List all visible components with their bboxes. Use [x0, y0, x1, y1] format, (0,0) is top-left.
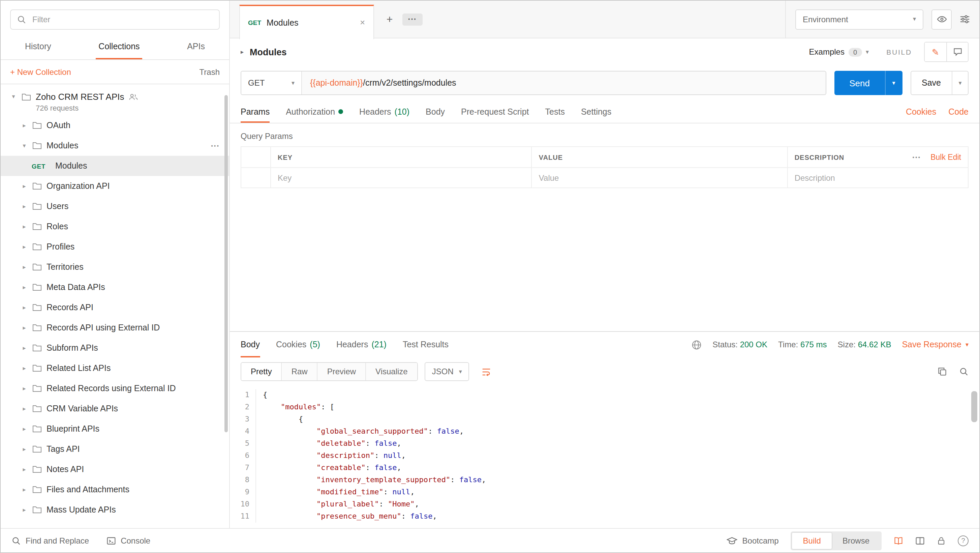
- comments-button[interactable]: [946, 43, 968, 61]
- view-tab-pretty[interactable]: Pretty: [241, 363, 282, 380]
- bootcamp-button[interactable]: Bootcamp: [727, 536, 779, 545]
- chevron-right-icon[interactable]: ▸: [21, 446, 28, 452]
- changelog-icon[interactable]: [894, 536, 903, 545]
- request-tab-headers[interactable]: Headers(10): [359, 100, 409, 123]
- chevron-right-icon[interactable]: ▸: [21, 223, 28, 229]
- tree-folder-tags-api[interactable]: ▸Tags API: [1, 439, 229, 459]
- send-options-button[interactable]: ▾: [885, 71, 902, 95]
- table-options-icon[interactable]: •••: [912, 154, 921, 160]
- request-disclosure-icon[interactable]: ▸: [240, 49, 243, 55]
- chevron-right-icon[interactable]: ▸: [21, 486, 28, 492]
- param-description-input[interactable]: [795, 173, 961, 182]
- environment-settings-icon[interactable]: [960, 14, 970, 24]
- chevron-right-icon[interactable]: ▸: [21, 365, 28, 371]
- tree-folder-mass-update-apis[interactable]: ▸Mass Update APIs: [1, 500, 229, 520]
- sidebar-tab-collections[interactable]: Collections: [96, 34, 142, 59]
- wrap-text-icon[interactable]: [476, 362, 496, 381]
- tree-folder-records-api[interactable]: ▸Records API: [1, 297, 229, 318]
- tree-folder-users[interactable]: ▸Users: [1, 196, 229, 217]
- tree-folder-related-records-using-external-id[interactable]: ▸Related Records using External ID: [1, 378, 229, 398]
- request-tab-params[interactable]: Params: [240, 100, 270, 123]
- chevron-right-icon[interactable]: ▸: [21, 284, 28, 290]
- tree-folder-oauth[interactable]: ▸OAuth: [1, 115, 229, 135]
- tree-folder-crm-variable-apis[interactable]: ▸CRM Variable APIs: [1, 398, 229, 419]
- tree-folder-files-and-attachments[interactable]: ▸Files and Attachments: [1, 480, 229, 500]
- param-key-input[interactable]: [278, 173, 525, 182]
- environment-quick-look-button[interactable]: [931, 9, 952, 29]
- console-button[interactable]: Console: [107, 536, 150, 545]
- chevron-right-icon[interactable]: ▸: [21, 325, 28, 331]
- chevron-right-icon[interactable]: ▸: [21, 123, 28, 129]
- filter-input[interactable]: [10, 10, 220, 30]
- response-tab-test-results[interactable]: Test Results: [403, 332, 449, 357]
- tree-folder-blueprint-apis[interactable]: ▸Blueprint APIs: [1, 419, 229, 439]
- tree-folder-subform-apis[interactable]: ▸Subform APIs: [1, 338, 229, 358]
- close-tab-icon[interactable]: ✕: [360, 19, 365, 26]
- search-response-icon[interactable]: [959, 367, 969, 376]
- view-tab-visualize[interactable]: Visualize: [366, 363, 417, 380]
- open-request-tab[interactable]: GET Modules ✕: [239, 5, 374, 39]
- edit-request-button[interactable]: ✎: [925, 43, 946, 61]
- tree-folder-related-list-apis[interactable]: ▸Related List APIs: [1, 358, 229, 378]
- tree-request-modules[interactable]: GETModules: [1, 156, 229, 176]
- chevron-right-icon[interactable]: ▸: [21, 386, 28, 392]
- response-scrollbar[interactable]: [971, 391, 977, 422]
- tree-folder-roles[interactable]: ▸Roles: [1, 217, 229, 237]
- sidebar-tab-history[interactable]: History: [22, 34, 54, 59]
- folder-options-icon[interactable]: •••: [211, 143, 220, 149]
- new-tab-button[interactable]: +: [381, 10, 398, 28]
- security-icon[interactable]: [937, 536, 946, 545]
- chevron-right-icon[interactable]: ▸: [21, 203, 28, 209]
- chevron-right-icon[interactable]: ▸: [21, 426, 28, 432]
- save-options-button[interactable]: ▾: [952, 72, 968, 94]
- request-tab-pre-request-script[interactable]: Pre-request Script: [461, 100, 529, 123]
- code-link[interactable]: Code: [948, 107, 969, 116]
- sidebar-tab-apis[interactable]: APIs: [185, 34, 208, 59]
- environment-selector[interactable]: Environment ▾: [795, 9, 923, 29]
- request-tab-tests[interactable]: Tests: [545, 100, 565, 123]
- tree-folder-notes-api[interactable]: ▸Notes API: [1, 459, 229, 480]
- tree-folder-organization-api[interactable]: ▸Organization API: [1, 176, 229, 196]
- chevron-down-icon[interactable]: ▾: [21, 143, 28, 149]
- new-collection-button[interactable]: + New Collection: [10, 67, 71, 76]
- request-tab-settings[interactable]: Settings: [581, 100, 611, 123]
- chevron-right-icon[interactable]: ▸: [21, 507, 28, 513]
- response-body[interactable]: 1{2 "modules": [3 {4 "global_search_supp…: [230, 386, 979, 528]
- browse-mode-button[interactable]: Browse: [832, 532, 880, 548]
- collection-root[interactable]: ▾ Zoho CRM REST APIs 726 requests: [1, 88, 229, 115]
- chevron-right-icon[interactable]: ▸: [21, 183, 28, 189]
- tree-folder-meta-data-apis[interactable]: ▸Meta Data APIs: [1, 277, 229, 297]
- trash-button[interactable]: Trash: [199, 67, 220, 76]
- chevron-right-icon[interactable]: ▸: [21, 304, 28, 311]
- tree-folder-profiles[interactable]: ▸Profiles: [1, 237, 229, 257]
- response-tab-cookies[interactable]: Cookies(5): [276, 332, 320, 357]
- save-button[interactable]: Save: [911, 72, 952, 94]
- build-mode-button[interactable]: Build: [792, 532, 832, 548]
- tree-folder-records-api-using-external-id[interactable]: ▸Records API using External ID: [1, 318, 229, 338]
- split-pane-icon[interactable]: [915, 536, 925, 545]
- response-tab-headers[interactable]: Headers(21): [336, 332, 387, 357]
- bulk-edit-link[interactable]: Bulk Edit: [931, 153, 961, 161]
- chevron-right-icon[interactable]: ▸: [21, 406, 28, 412]
- tab-options-icon[interactable]: •••: [402, 13, 423, 25]
- tree-folder-territories[interactable]: ▸Territories: [1, 257, 229, 277]
- cookies-link[interactable]: Cookies: [906, 107, 936, 116]
- param-value-input[interactable]: [539, 173, 781, 182]
- find-replace-button[interactable]: Find and Replace: [11, 536, 89, 545]
- view-tab-raw[interactable]: Raw: [282, 363, 318, 380]
- send-button[interactable]: Send: [834, 71, 885, 95]
- chevron-right-icon[interactable]: ▸: [21, 466, 28, 472]
- chevron-down-icon[interactable]: ▾: [10, 94, 17, 100]
- url-input[interactable]: {{api-domain}}/crm/v2/settings/modules: [302, 72, 826, 94]
- tree-folder-modules[interactable]: ▾Modules•••: [1, 135, 229, 156]
- save-response-button[interactable]: Save Response ▾: [902, 340, 969, 349]
- sidebar-scrollbar[interactable]: [224, 95, 228, 432]
- response-tab-body[interactable]: Body: [240, 332, 260, 357]
- help-icon[interactable]: ?: [958, 535, 969, 546]
- view-tab-preview[interactable]: Preview: [318, 363, 366, 380]
- response-format-dropdown[interactable]: JSON ▾: [425, 362, 469, 381]
- chevron-right-icon[interactable]: ▸: [21, 244, 28, 250]
- copy-response-icon[interactable]: [937, 367, 947, 376]
- examples-dropdown[interactable]: Examples 0 ▾: [809, 47, 869, 57]
- chevron-right-icon[interactable]: ▸: [21, 345, 28, 351]
